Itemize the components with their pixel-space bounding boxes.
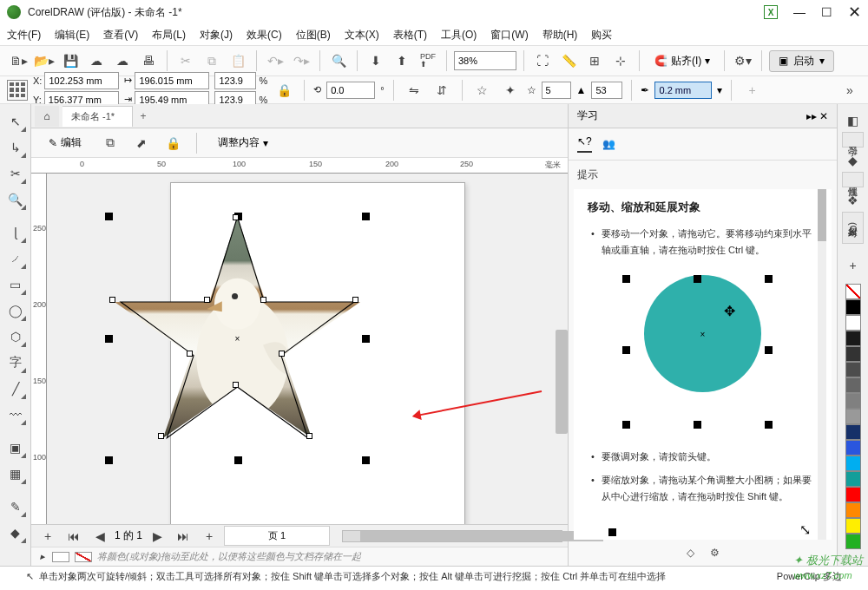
- paste-button[interactable]: 📋: [227, 49, 249, 72]
- menu-help[interactable]: 帮助(H): [542, 28, 578, 43]
- artistic-media-tool[interactable]: ⟋: [3, 246, 28, 271]
- dropdown-chevron-icon[interactable]: ▾: [717, 84, 722, 96]
- node[interactable]: [233, 214, 239, 220]
- add-page-after-button[interactable]: +: [198, 525, 220, 547]
- canvas-scrollbar-horizontal[interactable]: [342, 530, 562, 542]
- mirror-v-icon[interactable]: ⇵: [431, 79, 453, 102]
- cloud-down-icon[interactable]: ☁: [85, 49, 108, 72]
- adjust-content-dropdown[interactable]: 调整内容 ▾: [209, 132, 277, 154]
- cut-button[interactable]: ✂: [174, 49, 197, 72]
- home-tab-icon[interactable]: ⌂: [35, 106, 59, 127]
- node[interactable]: [233, 382, 239, 388]
- add-page-button[interactable]: +: [36, 525, 59, 547]
- color-swatch[interactable]: [845, 471, 861, 487]
- color-swatch[interactable]: [845, 534, 861, 549]
- maximize-button[interactable]: ☐: [821, 5, 832, 19]
- lock-ratio-icon[interactable]: 🔒: [273, 79, 295, 102]
- new-button[interactable]: 🗎▸: [7, 49, 30, 72]
- polygon-tool[interactable]: ⬡: [3, 324, 28, 349]
- color-swatch[interactable]: [845, 424, 861, 440]
- color-swatch[interactable]: [845, 377, 861, 393]
- selection-handle[interactable]: [234, 456, 242, 464]
- ellipse-tool[interactable]: ◯: [3, 298, 28, 323]
- center-marker[interactable]: ×: [235, 334, 240, 344]
- excel-icon[interactable]: X: [764, 5, 778, 19]
- grid-icon[interactable]: ⊞: [583, 49, 606, 72]
- dock-cube-icon[interactable]: ◧: [842, 109, 865, 132]
- selection-handle[interactable]: [105, 335, 113, 343]
- color-swatch[interactable]: [845, 502, 861, 518]
- text-tool[interactable]: 字: [3, 351, 28, 375]
- add-preset-icon[interactable]: +: [740, 79, 763, 102]
- node[interactable]: [158, 433, 164, 439]
- zoom-tool[interactable]: 🔍: [3, 187, 28, 212]
- selection-handle[interactable]: [362, 456, 370, 464]
- ruler-vertical[interactable]: 250 200 150 100 50: [31, 174, 47, 524]
- selection-handle[interactable]: [362, 335, 370, 343]
- document-palette[interactable]: ▸ 将颜色(或对象)拖动至此处，以便将这些颜色与文档存储在一起: [31, 547, 568, 566]
- node[interactable]: [109, 297, 115, 303]
- complex-star-icon[interactable]: ✦: [499, 79, 522, 102]
- new-tab-button[interactable]: +: [133, 106, 154, 127]
- shadow-tool[interactable]: ▣: [3, 436, 28, 460]
- eyedropper-tool[interactable]: ✎: [3, 495, 28, 519]
- crop-tool[interactable]: ✂: [3, 161, 28, 186]
- menu-table[interactable]: 表格(T): [393, 28, 427, 43]
- menu-view[interactable]: 查看(V): [103, 28, 138, 43]
- node[interactable]: [279, 351, 285, 357]
- color-swatch[interactable]: [845, 456, 861, 471]
- canvas-scrollbar-vertical[interactable]: [556, 330, 568, 434]
- guides-icon[interactable]: ⊹: [609, 49, 632, 72]
- menu-window[interactable]: 窗口(W): [490, 28, 528, 43]
- cloud-up-icon[interactable]: ☁: [111, 49, 134, 72]
- menu-object[interactable]: 对象(J): [200, 28, 233, 43]
- import-button[interactable]: ⬇: [365, 49, 387, 72]
- color-swatch[interactable]: [845, 346, 861, 362]
- color-swatch[interactable]: [845, 315, 861, 331]
- community-tab-icon[interactable]: 👥: [602, 138, 615, 150]
- fullscreen-icon[interactable]: ⛶: [531, 49, 554, 72]
- color-swatch[interactable]: [845, 299, 861, 315]
- node[interactable]: [352, 297, 358, 303]
- menu-buy[interactable]: 购买: [591, 28, 612, 43]
- dock-layers-icon[interactable]: ❖: [842, 189, 865, 212]
- ruler-horizontal[interactable]: 0 50 100 150 200 250 毫米: [31, 158, 568, 174]
- menu-bitmap[interactable]: 位图(B): [296, 28, 331, 43]
- outline-width-input[interactable]: [654, 82, 712, 99]
- rulers-icon[interactable]: 📏: [557, 49, 580, 72]
- prev-page-button[interactable]: ◀: [89, 525, 111, 547]
- menu-layout[interactable]: 布局(L): [152, 28, 186, 43]
- menu-tools[interactable]: 工具(O): [441, 28, 477, 43]
- dock-diamond-icon[interactable]: ◆: [842, 149, 865, 172]
- expand-toolbar-icon[interactable]: »: [838, 79, 861, 102]
- edit-frame-icon[interactable]: ⬈: [130, 132, 153, 154]
- curve-tool[interactable]: 〰: [3, 403, 28, 427]
- selection-handle[interactable]: [105, 456, 113, 464]
- menu-effect[interactable]: 效果(C): [247, 28, 282, 43]
- color-swatch[interactable]: [845, 487, 861, 502]
- lock-contents-icon[interactable]: 🔒: [161, 132, 184, 154]
- x-input[interactable]: [44, 72, 119, 89]
- snap-dropdown[interactable]: 🧲贴齐(I)▾: [647, 52, 717, 70]
- document-tab[interactable]: 未命名 -1*: [62, 106, 133, 127]
- color-swatch[interactable]: [845, 409, 861, 424]
- collapse-panel-icon[interactable]: ▸▸ ✕: [806, 110, 828, 122]
- print-button[interactable]: 🖶: [137, 49, 160, 72]
- pdf-button[interactable]: PDF⬆: [417, 49, 439, 72]
- dock-tab-properties[interactable]: 属性: [842, 172, 864, 187]
- node[interactable]: [260, 297, 266, 303]
- color-none[interactable]: [845, 284, 861, 299]
- color-swatch[interactable]: [845, 440, 861, 456]
- menu-text[interactable]: 文本(X): [345, 28, 379, 43]
- redo-button[interactable]: ↷▸: [290, 49, 312, 72]
- learn-scrollbar[interactable]: [818, 189, 826, 540]
- palette-swatch[interactable]: [52, 552, 69, 562]
- transparency-tool[interactable]: ▦: [3, 462, 28, 486]
- selection-handle[interactable]: [362, 213, 370, 220]
- fill-tool[interactable]: ◆: [3, 521, 28, 545]
- rectangle-tool[interactable]: ▭: [3, 272, 28, 297]
- copy-button[interactable]: ⧉: [201, 49, 223, 72]
- color-swatch[interactable]: [845, 362, 861, 377]
- node[interactable]: [187, 351, 193, 357]
- page-tab[interactable]: 页 1: [224, 526, 330, 546]
